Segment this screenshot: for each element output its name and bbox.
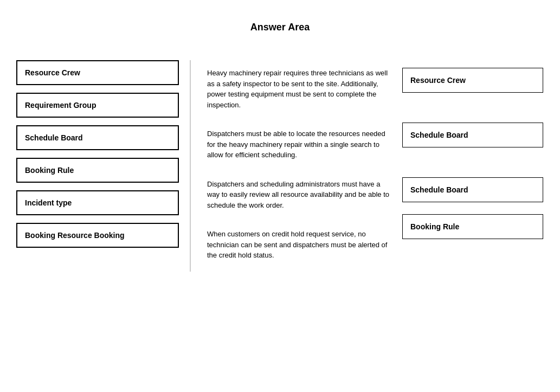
drag-item-booking-resource-booking[interactable]: Booking Resource Booking [16, 223, 179, 248]
drag-item-schedule-board[interactable]: Schedule Board [16, 125, 179, 150]
middle-column: Heavy machinery repair requires three te… [202, 60, 397, 272]
answer-3[interactable]: Schedule Board [402, 177, 543, 202]
left-column: Resource Crew Requirement Group Schedule… [16, 60, 179, 248]
scenario-1: Heavy machinery repair requires three te… [202, 60, 397, 121]
scenario-4: When customers on credit hold request se… [202, 221, 397, 272]
scenario-3: Dispatchers and scheduling administrator… [202, 171, 397, 222]
scenario-2: Dispatchers must be able to locate the r… [202, 121, 397, 171]
column-divider [190, 60, 191, 272]
page: Answer Area Resource Crew Requirement Gr… [0, 0, 560, 392]
content-area: Resource Crew Requirement Group Schedule… [16, 60, 544, 272]
answer-1[interactable]: Resource Crew [402, 68, 543, 93]
drag-item-booking-rule[interactable]: Booking Rule [16, 158, 179, 183]
answer-4[interactable]: Booking Rule [402, 214, 543, 239]
drag-item-requirement-group[interactable]: Requirement Group [16, 93, 179, 118]
page-title: Answer Area [16, 22, 544, 33]
drag-item-resource-crew[interactable]: Resource Crew [16, 60, 179, 85]
right-column: Resource Crew Schedule Board Schedule Bo… [402, 60, 543, 239]
answer-2[interactable]: Schedule Board [402, 123, 543, 147]
drag-item-incident-type[interactable]: Incident type [16, 190, 179, 215]
